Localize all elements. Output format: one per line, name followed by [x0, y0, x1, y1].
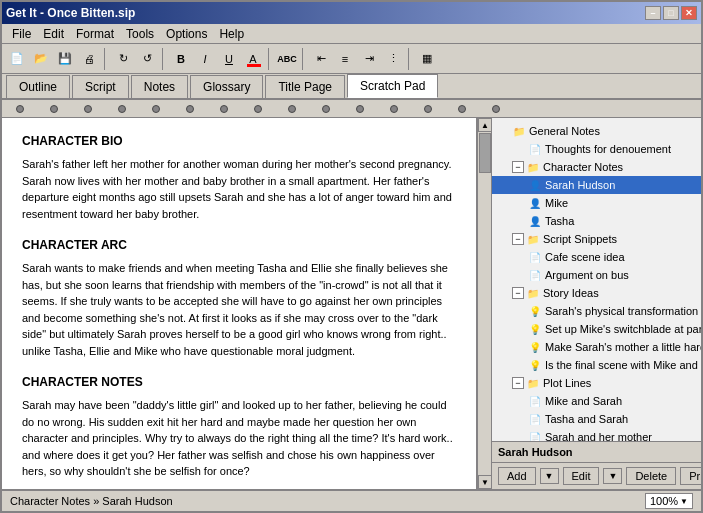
delete-button[interactable]: Delete [626, 467, 676, 485]
add-dropdown[interactable]: ▼ [540, 468, 559, 484]
folder-icon: 📁 [526, 376, 540, 390]
tree-item-tasha-sarah[interactable]: 📄 Tasha and Sarah [492, 410, 701, 428]
tree-label-cafe-scene: Cafe scene idea [545, 251, 625, 263]
tree-label-argument: Argument on bus [545, 269, 629, 281]
ruler-marker [288, 105, 296, 113]
minimize-button[interactable]: – [645, 6, 661, 20]
ruler-marker [186, 105, 194, 113]
section-title-notes: CHARACTER NOTES [22, 375, 456, 389]
new-button[interactable]: 📄 [6, 48, 28, 70]
ruler-marker [16, 105, 24, 113]
tree-item-story-ideas[interactable]: − 📁 Story Ideas [492, 284, 701, 302]
font-color-button[interactable]: A [242, 48, 264, 70]
tree-item-mike-switchblade[interactable]: 💡 Set up Mike's switchblade at party [492, 320, 701, 338]
tree-item-tasha[interactable]: 👤 Tasha [492, 212, 701, 230]
open-button[interactable]: 📂 [30, 48, 52, 70]
align-left-button[interactable]: ⇤ [310, 48, 332, 70]
print-button[interactable]: 🖨 [78, 48, 100, 70]
tree-item-script-snippets[interactable]: − 📁 Script Snippets [492, 230, 701, 248]
ruler-marker [322, 105, 330, 113]
doc-scrollbar[interactable]: ▲ ▼ [477, 118, 491, 489]
tree-scroll[interactable]: 📁 General Notes 📄 Thoughts for denouemen… [492, 118, 701, 441]
tab-scratch-pad[interactable]: Scratch Pad [347, 74, 438, 98]
expand-icon[interactable]: − [512, 377, 524, 389]
toolbar-sep-3 [268, 48, 272, 70]
tab-outline[interactable]: Outline [6, 75, 70, 98]
scroll-thumb[interactable] [479, 133, 491, 173]
tree-item-thoughts[interactable]: 📄 Thoughts for denouement [492, 140, 701, 158]
tree-label-sarah-mother: Sarah and her mother [545, 431, 652, 441]
tree-selected-label: Sarah Hudson [492, 441, 701, 462]
tree-item-mike-sarah[interactable]: 📄 Mike and Sarah [492, 392, 701, 410]
window-title: Get It - Once Bitten.sip [6, 6, 645, 20]
main-window: Get It - Once Bitten.sip – □ ✕ File Edit… [0, 0, 703, 513]
idea-icon: 💡 [528, 304, 542, 318]
note-icon: 📄 [528, 394, 542, 408]
tree-item-argument[interactable]: 📄 Argument on bus [492, 266, 701, 284]
close-button[interactable]: ✕ [681, 6, 697, 20]
tree-label-tasha-sarah: Tasha and Sarah [545, 413, 628, 425]
ruler-marker [50, 105, 58, 113]
tab-script[interactable]: Script [72, 75, 129, 98]
edit-button[interactable]: Edit [563, 467, 600, 485]
tab-notes[interactable]: Notes [131, 75, 188, 98]
redo-button[interactable]: ↺ [136, 48, 158, 70]
menu-help[interactable]: Help [213, 25, 250, 43]
tree-label-thoughts: Thoughts for denouement [545, 143, 671, 155]
tree-label-sarah-transform: Sarah's physical transformation [545, 305, 698, 317]
add-button[interactable]: Add [498, 467, 536, 485]
save-button[interactable]: 💾 [54, 48, 76, 70]
undo-button[interactable]: ↻ [112, 48, 134, 70]
scroll-down-button[interactable]: ▼ [478, 475, 492, 489]
toolbar-sep-4 [302, 48, 306, 70]
menu-tools[interactable]: Tools [120, 25, 160, 43]
tree-item-final-scene[interactable]: 💡 Is the final scene with Mike and the .… [492, 356, 701, 374]
bold-button[interactable]: B [170, 48, 192, 70]
tree-item-sarah-transform[interactable]: 💡 Sarah's physical transformation [492, 302, 701, 320]
align-center-button[interactable]: ≡ [334, 48, 356, 70]
tree-label-sarah-hudson: Sarah Hudson [545, 179, 615, 191]
menu-edit[interactable]: Edit [37, 25, 70, 43]
note-icon: 📄 [528, 142, 542, 156]
underline-button[interactable]: U [218, 48, 240, 70]
menu-format[interactable]: Format [70, 25, 120, 43]
tree-item-sarah-hudson[interactable]: 👤 Sarah Hudson [492, 176, 701, 194]
tree-item-general-notes[interactable]: 📁 General Notes [492, 122, 701, 140]
tree-item-character-notes[interactable]: − 📁 Character Notes [492, 158, 701, 176]
ruler-marker [254, 105, 262, 113]
tree-item-sarah-mother[interactable]: 📄 Sarah and her mother [492, 428, 701, 441]
toolbar-sep-5 [408, 48, 412, 70]
scroll-up-button[interactable]: ▲ [478, 118, 492, 132]
spellcheck-button[interactable]: ABC [276, 48, 298, 70]
zoom-dropdown-icon[interactable]: ▼ [680, 497, 688, 506]
document-pane[interactable]: CHARACTER BIO Sarah's father left her mo… [2, 118, 477, 489]
ruler-marker [356, 105, 364, 113]
align-justify-button[interactable]: ⋮ [382, 48, 404, 70]
tree-item-plot-lines[interactable]: − 📁 Plot Lines [492, 374, 701, 392]
more-button[interactable]: ▦ [416, 48, 438, 70]
tree-label-script-snippets: Script Snippets [543, 233, 617, 245]
maximize-button[interactable]: □ [663, 6, 679, 20]
folder-icon: 📁 [512, 124, 526, 138]
zoom-control[interactable]: 100% ▼ [645, 493, 693, 509]
scroll-track[interactable] [478, 132, 491, 475]
print-button[interactable]: Print [680, 467, 701, 485]
person-icon: 👤 [528, 214, 542, 228]
person-icon: 👤 [528, 178, 542, 192]
tree-label-mike-sarah: Mike and Sarah [545, 395, 622, 407]
tree-item-sarahs-mother[interactable]: 💡 Make Sarah's mother a little harder ..… [492, 338, 701, 356]
align-right-button[interactable]: ⇥ [358, 48, 380, 70]
tab-title-page[interactable]: Title Page [265, 75, 345, 98]
toolbar-sep-1 [104, 48, 108, 70]
expand-icon[interactable]: − [512, 233, 524, 245]
edit-dropdown[interactable]: ▼ [603, 468, 622, 484]
tree-item-cafe-scene[interactable]: 📄 Cafe scene idea [492, 248, 701, 266]
tab-glossary[interactable]: Glossary [190, 75, 263, 98]
section-content-arc: Sarah wants to make friends and when mee… [22, 260, 456, 359]
italic-button[interactable]: I [194, 48, 216, 70]
expand-icon[interactable]: − [512, 161, 524, 173]
expand-icon[interactable]: − [512, 287, 524, 299]
menu-options[interactable]: Options [160, 25, 213, 43]
menu-file[interactable]: File [6, 25, 37, 43]
tree-item-mike[interactable]: 👤 Mike [492, 194, 701, 212]
